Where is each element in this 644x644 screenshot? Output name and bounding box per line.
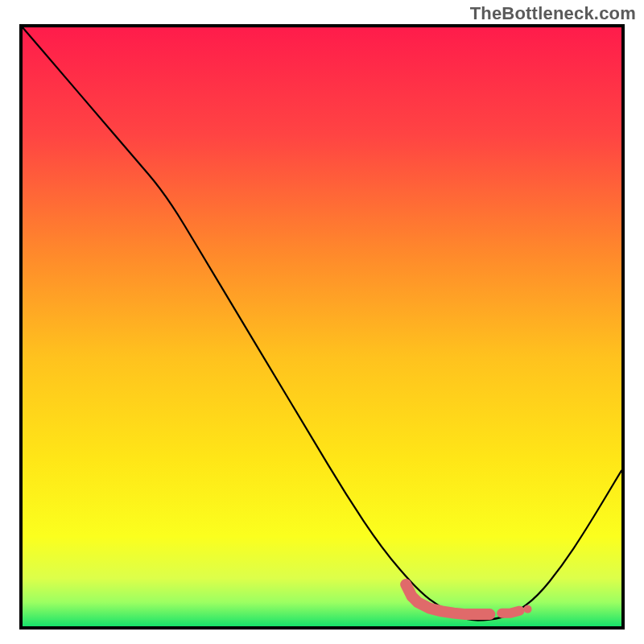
- marker-layer: [23, 27, 621, 626]
- chart-area: [19, 24, 625, 630]
- watermark-text: TheBottleneck.com: [470, 3, 636, 24]
- optimal-marker-segment: [406, 584, 489, 614]
- optimal-band-markers: [406, 584, 531, 614]
- optimal-marker-dot: [524, 605, 532, 613]
- optimal-marker-segment: [502, 611, 519, 613]
